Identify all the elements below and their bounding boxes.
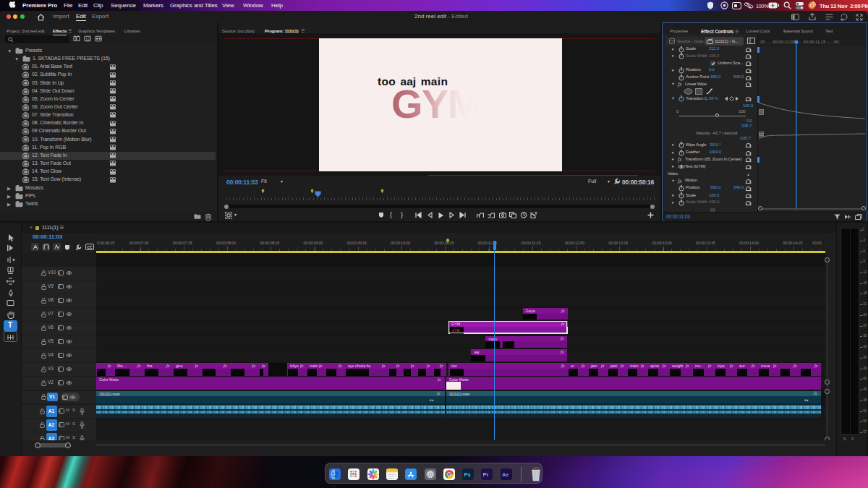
svg-text:Pr: Pr [483, 471, 489, 478]
svg-text:Ae: Ae [502, 471, 509, 478]
svg-text:Ps: Ps [464, 471, 471, 478]
